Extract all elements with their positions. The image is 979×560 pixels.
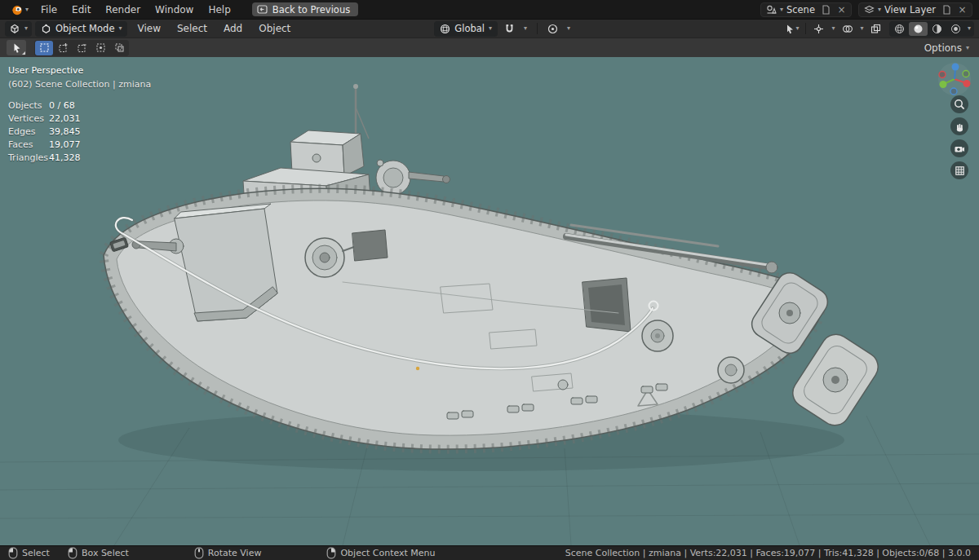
scene-selector: ▾ Scene × [760,2,852,17]
xray-icon [870,24,881,34]
blender-menu-button[interactable]: ▾ [7,3,33,15]
viewport-overlay-text: User Perspective (602) Scene Collection … [8,64,151,165]
zoom-button[interactable] [950,95,968,113]
collection-label: (602) Scene Collection | zmiana [8,77,151,91]
tool-options[interactable]: Options ▾ [924,42,972,54]
globe-icon [440,24,450,34]
camera-view-button[interactable] [950,139,968,157]
snap-settings-dropdown[interactable]: ▾ [521,21,530,37]
topbar: ▾ File Edit Render Window Help Back to P… [0,0,979,19]
header-separator [805,23,806,34]
blender-logo-icon [11,3,23,15]
show-overlays-toggle[interactable] [839,21,856,37]
gizmo-z-neg [950,88,957,95]
proportional-icon [547,24,558,34]
chevron-down-icon: ▾ [878,7,881,13]
magnet-icon [504,24,515,34]
viewport-controls [950,95,968,179]
active-tool-select-box[interactable] [7,40,26,55]
menu-view[interactable]: View [131,21,166,36]
object-visibility-dropdown[interactable]: ▾ [784,21,800,37]
mouse-right-icon [326,547,336,559]
select-mode-set[interactable] [35,41,53,55]
select-mode-extend[interactable] [54,41,72,55]
ortho-toggle-button[interactable] [950,161,968,179]
select-extend-icon [58,42,69,53]
menu-add[interactable]: Add [217,21,249,36]
scene-dropdown[interactable]: ▾ Scene [764,4,817,15]
view-layer-dropdown[interactable]: ▾ View Layer [862,4,937,15]
shading-material-button[interactable] [928,22,946,36]
chevron-down-icon: ▾ [24,25,28,32]
rendered-sphere-icon [950,24,961,34]
scene-info-text: Scene Collection | zmiana | Verts:22,031… [565,548,971,558]
page-icon [822,5,831,15]
shading-rendered-button[interactable] [946,22,965,36]
proportional-falloff-dropdown[interactable]: ▾ [564,21,574,37]
stat-vertices: Vertices 22,031 [8,112,151,126]
menu-edit[interactable]: Edit [65,2,97,17]
select-mode-invert[interactable] [91,41,109,55]
hint-rotate-view: Rotate View [194,547,262,559]
back-to-previous-button[interactable]: Back to Previous [252,2,358,16]
new-view-layer-button[interactable] [941,3,953,15]
header-separator [537,23,538,34]
mouse-middle-icon [194,547,204,559]
shading-wireframe-button[interactable] [890,22,909,36]
viewport-header: ▾ Object Mode ▾ View Select Add Object G… [0,19,979,37]
chevron-down-icon: ▾ [831,25,835,32]
hint-context-menu: Object Context Menu [326,547,435,559]
scene-name: Scene [786,4,815,15]
menu-render[interactable]: Render [99,2,147,17]
tool-header: Options ▾ [0,37,979,57]
select-mode-intersect[interactable] [110,41,128,55]
editor-3d-viewport-icon [9,23,20,34]
navigation-gizmo[interactable] [937,61,972,97]
menu-select[interactable]: Select [171,21,214,36]
transform-orientation-selector[interactable]: Global ▾ [434,21,498,37]
gizmo-x-axis [963,80,971,87]
chevron-down-icon: ▾ [118,25,122,32]
menu-object[interactable]: Object [252,21,297,36]
snap-toggle-button[interactable] [501,21,517,37]
pan-button[interactable] [950,117,968,135]
select-mode-group [34,40,129,56]
shading-solid-button[interactable] [909,22,928,36]
select-mode-subtract[interactable] [73,41,91,55]
editor-type-selector[interactable]: ▾ [5,21,32,37]
hand-icon [955,121,965,132]
gizmo-y-axis [940,81,947,88]
wireframe-sphere-icon [894,24,905,34]
show-gizmo-toggle[interactable] [811,21,827,37]
mode-selector[interactable]: Object Mode ▾ [35,21,127,37]
overlays-dropdown[interactable]: ▾ [857,21,866,37]
material-sphere-icon [932,24,942,34]
menu-help[interactable]: Help [202,2,237,17]
tool-corner-indicator [22,51,25,55]
page-icon [942,5,951,15]
solid-sphere-icon [913,24,924,34]
new-scene-button[interactable] [820,3,832,15]
menu-window[interactable]: Window [148,2,200,17]
proportional-editing-toggle[interactable] [544,21,560,37]
chevron-down-icon: ▾ [795,25,799,32]
mouse-drag-icon [68,547,78,559]
xray-toggle[interactable] [868,21,884,37]
view-layer-name: View Layer [884,4,936,15]
menu-file[interactable]: File [34,2,64,17]
viewport-3d[interactable]: User Perspective (602) Scene Collection … [0,57,979,545]
chevron-down-icon: ▾ [524,25,527,32]
shading-mode-group: ▾ [889,21,974,37]
select-intersect-icon [114,42,125,53]
gizmo-x-neg [939,72,946,78]
topbar-right: ▾ Scene × ▾ View Layer [760,2,972,17]
shading-dropdown[interactable]: ▾ [965,25,973,32]
select-subtract-icon [77,42,87,53]
gizmo-dropdown[interactable]: ▾ [829,21,838,37]
unlink-scene-button[interactable]: × [835,3,848,15]
select-set-icon [39,42,50,53]
perspective-label: User Perspective [8,64,151,77]
mode-selector-label: Object Mode [55,23,114,34]
remove-view-layer-button[interactable]: × [956,3,968,15]
view-layer-icon [864,4,875,15]
